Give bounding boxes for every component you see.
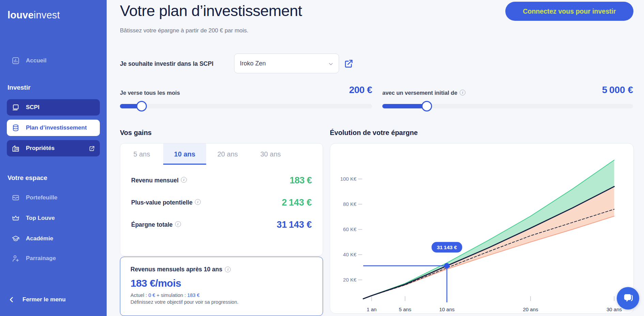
chevron-down-icon bbox=[328, 61, 334, 67]
wallet-icon bbox=[12, 194, 20, 202]
chevron-left-icon bbox=[8, 296, 15, 303]
gains-tabs: 5 ans 10 ans 20 ans 30 ans bbox=[120, 144, 323, 165]
info-icon[interactable]: i bbox=[181, 177, 187, 183]
sidebar-item-label: Top Louve bbox=[26, 215, 55, 222]
gain-row-value: 31 143 € bbox=[277, 220, 312, 230]
info-icon[interactable]: i bbox=[225, 267, 231, 272]
scpi-select[interactable]: Iroko Zen bbox=[234, 54, 339, 73]
close-menu-label: Fermer le menu bbox=[22, 296, 66, 303]
info-icon[interactable]: i bbox=[195, 199, 201, 205]
sidebar-item-label: Accueil bbox=[26, 57, 46, 64]
scpi-external-link-icon[interactable] bbox=[343, 58, 354, 69]
app-root: { "sidebar": { "logo_bold": "louve", "lo… bbox=[0, 0, 644, 316]
chart-section-title: Évolution de votre épargne bbox=[330, 129, 418, 137]
sidebar-item-portefeuille[interactable]: Portefeuille bbox=[7, 190, 100, 206]
sidebar-item-accueil[interactable]: Accueil bbox=[7, 52, 100, 69]
tab-20-ans[interactable]: 20 ans bbox=[206, 144, 249, 165]
svg-text:40 K€: 40 K€ bbox=[343, 252, 357, 257]
gain-row-plus-value: Plus-value potentiellei 2 143 € bbox=[131, 192, 312, 214]
sidebar-item-parrainage[interactable]: Parrainage bbox=[7, 250, 100, 267]
tab-5-ans[interactable]: 5 ans bbox=[120, 144, 163, 165]
graduation-cap-icon bbox=[12, 235, 20, 243]
sidebar-item-label: SCPI bbox=[26, 104, 40, 111]
monthly-slider[interactable] bbox=[120, 104, 372, 108]
info-icon[interactable]: i bbox=[175, 221, 181, 227]
page-subtitle: Bâtissez votre épargne à partir de 200 €… bbox=[120, 27, 248, 34]
sidebar-item-label: Académie bbox=[26, 235, 53, 242]
initial-slider-fill bbox=[382, 104, 427, 108]
svg-text:30 ans: 30 ans bbox=[607, 306, 622, 312]
svg-text:100 K€: 100 K€ bbox=[340, 176, 356, 182]
screen-icon bbox=[12, 103, 20, 111]
svg-text:1 an: 1 an bbox=[367, 306, 377, 312]
gain-row-epargne-totale: Épargne totalei 31 143 € bbox=[131, 214, 312, 236]
close-menu-button[interactable]: Fermer le menu bbox=[8, 296, 66, 303]
scpi-select-value: Iroko Zen bbox=[240, 60, 266, 67]
highlight-simulation-value: 183 € bbox=[187, 292, 199, 298]
initial-slider[interactable] bbox=[382, 104, 633, 108]
highlight-current-value: 0 € bbox=[148, 292, 155, 298]
chat-widget-button[interactable] bbox=[617, 287, 639, 310]
brand-logo[interactable]: louveinvest bbox=[7, 10, 60, 21]
chat-bubble-icon bbox=[622, 292, 634, 304]
page-title: Votre plan d’investissement bbox=[120, 2, 302, 20]
gain-row-value: 183 € bbox=[290, 175, 312, 186]
monthly-slider-thumb[interactable] bbox=[136, 101, 147, 111]
gains-section-title: Vos gains bbox=[120, 129, 152, 137]
brand-logo-bold: louve bbox=[7, 10, 34, 20]
svg-text:20 ans: 20 ans bbox=[523, 306, 538, 312]
svg-text:80 K€: 80 K€ bbox=[343, 201, 357, 207]
sidebar-item-top-louve[interactable]: Top Louve bbox=[7, 210, 100, 226]
gain-row-label: Épargne totalei bbox=[131, 221, 181, 228]
monthly-income-highlight-box: Revenus mensuels après 10 ansi 183 €/moi… bbox=[120, 257, 323, 316]
svg-text:10 ans: 10 ans bbox=[439, 306, 455, 312]
sidebar-item-label: Portefeuille bbox=[26, 194, 58, 201]
svg-text:60 K€: 60 K€ bbox=[343, 226, 357, 232]
initial-slider-thumb[interactable] bbox=[421, 101, 432, 111]
bar-chart-icon bbox=[12, 57, 20, 65]
sidebar-item-plan-investissement[interactable]: Plan d’investissement bbox=[7, 120, 100, 136]
sidebar-section-investir: Investir bbox=[7, 84, 31, 91]
sidebar-item-label: Parrainage bbox=[26, 255, 56, 262]
scpi-picker-label: Je souhaite investir dans la SCPI bbox=[120, 60, 213, 67]
database-icon bbox=[12, 124, 20, 132]
tab-10-ans[interactable]: 10 ans bbox=[163, 144, 206, 165]
highlight-title: Revenus mensuels après 10 ansi bbox=[131, 266, 312, 273]
sidebar-section-espace: Votre espace bbox=[7, 174, 47, 182]
initial-slider-value: 5 000 € bbox=[261, 85, 633, 95]
svg-text:31 143 €: 31 143 € bbox=[437, 244, 457, 250]
sidebar-item-scpi[interactable]: SCPI bbox=[7, 99, 100, 116]
gain-row-label: Plus-value potentiellei bbox=[131, 199, 201, 206]
sidebar-item-proprietes[interactable]: Propriétés bbox=[7, 140, 100, 156]
savings-chart-card: 20 K€40 K€60 K€80 K€100 K€1 an5 ans10 an… bbox=[330, 143, 634, 314]
svg-text:20 K€: 20 K€ bbox=[343, 277, 357, 283]
highlight-hint: Définissez votre objectif pour voir sa p… bbox=[131, 299, 312, 305]
person-plus-icon bbox=[12, 254, 20, 262]
sidebar-item-label: Propriétés bbox=[26, 145, 55, 152]
highlight-value: 183 €/mois bbox=[131, 277, 312, 289]
gain-row-value: 2 143 € bbox=[282, 197, 312, 208]
gains-card: 5 ans 10 ans 20 ans 30 ans Revenu mensue… bbox=[120, 143, 323, 256]
highlight-detail: Actuel : 0 € + simulation : 183 € bbox=[131, 292, 312, 298]
sidebar: louveinvest Accueil Investir SCPI Plan d… bbox=[0, 0, 107, 316]
sidebar-item-academie[interactable]: Académie bbox=[7, 230, 100, 247]
tab-30-ans[interactable]: 30 ans bbox=[249, 144, 292, 165]
savings-chart-svg[interactable]: 20 K€40 K€60 K€80 K€100 K€1 an5 ans10 an… bbox=[330, 144, 634, 314]
external-link-icon bbox=[89, 145, 95, 152]
sidebar-item-label: Plan d’investissement bbox=[26, 124, 87, 131]
gain-row-label: Revenu mensueli bbox=[131, 177, 187, 184]
svg-text:5 ans: 5 ans bbox=[399, 306, 411, 312]
connect-to-invest-button[interactable]: Connectez vous pour investir bbox=[505, 2, 633, 21]
gain-row-revenu-mensuel: Revenu mensueli 183 € bbox=[131, 169, 312, 192]
building-icon bbox=[12, 144, 20, 152]
crown-icon bbox=[12, 214, 20, 222]
brand-logo-light: invest bbox=[34, 10, 60, 20]
